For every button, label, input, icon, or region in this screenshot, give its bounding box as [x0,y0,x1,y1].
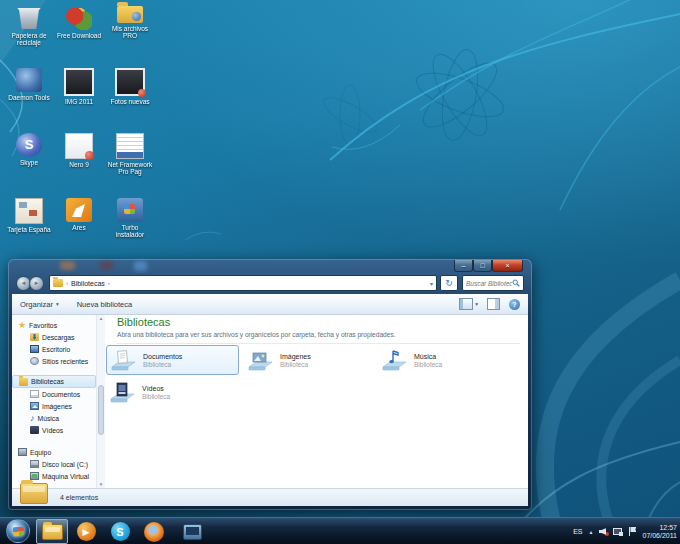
page-title: Bibliotecas [117,316,170,328]
views-icon [459,298,473,310]
minimize-button[interactable]: – [454,260,473,272]
forward-button[interactable]: ► [29,276,44,291]
desktop-icon-daemon[interactable]: Daemon Tools [6,68,52,101]
desktop-icon-recycle-bin[interactable]: Papelera de reciclaje [6,6,52,46]
desktop-icon-photo-2[interactable]: Fotos nuevas [107,68,153,105]
desktop-icon-label: IMG 2011 [56,98,102,105]
desktop-icon-installer[interactable]: Turbo instalador [107,198,153,238]
start-button[interactable] [6,519,30,543]
scroll-up-icon[interactable]: ▲ [97,316,105,321]
network-icon[interactable] [613,528,622,535]
desktop-icon-ares[interactable]: Ares [56,198,102,231]
desktop-icon-label: Net Framework Pro Pag [107,161,153,175]
clock[interactable]: 12:57 07/06/2011 [642,524,677,540]
desktop-icon-skype[interactable]: SSkype [6,133,52,166]
library-type: Biblioteca [142,393,170,401]
sidebar-item-disco-local[interactable]: Disco local (C:) [12,458,96,470]
library-item-documentos[interactable]: Documentos Biblioteca [106,345,239,375]
desktop-icon-label: Papelera de reciclaje [6,32,52,46]
action-center-flag-icon[interactable] [628,527,636,536]
ares-icon [66,198,92,222]
explorer-window: – □ × ◄ ► › Bibliotecas › ▾ ↻ Organizar … [8,259,532,510]
search-box[interactable] [462,275,524,291]
card-icon [15,198,43,224]
sidebar-scrollbar[interactable]: ▲ ▼ [96,315,105,488]
sidebar-item-escritorio[interactable]: Escritorio [12,343,96,355]
organize-label: Organizar [20,300,53,309]
sidebar-item-descargas[interactable]: Descargas [12,331,96,343]
library-folder-icon [19,378,28,386]
desktop-icon-label: Ares [56,224,102,231]
sidebar-item-musica[interactable]: ♪Música [12,412,96,424]
taskbar-explorer-button[interactable] [36,519,68,544]
library-name: Vídeos [142,384,170,393]
window-body: ★Favoritos Descargas Escritorio Sitios r… [12,315,528,488]
taskbar-media-player-button[interactable]: ▶ [70,519,102,544]
desktop-icon-document[interactable]: Net Framework Pro Pag [107,133,153,175]
sidebar-item-bibliotecas[interactable]: Bibliotecas [12,375,96,388]
refresh-button[interactable]: ↻ [440,275,458,291]
scroll-down-icon[interactable]: ▼ [97,482,105,487]
page-subtitle: Abra una biblioteca para ver sus archivo… [117,331,396,338]
breadcrumb-chevron-icon: › [66,280,68,286]
scrollbar-thumb[interactable] [98,385,104,435]
sidebar-item-imagenes[interactable]: Imágenes [12,400,96,412]
photo-icon [115,68,145,96]
item-count: 4 elementos [60,494,98,501]
search-input[interactable] [466,280,512,287]
taskbar-firefox-button[interactable] [138,519,170,544]
taskbar-skype-button[interactable]: S [104,519,136,544]
desktop-icon-folder[interactable]: Mis archivos PRO [107,6,153,39]
change-view-button[interactable]: ▾ [459,298,478,310]
play-icon: ▶ [77,522,96,541]
maximize-button[interactable]: □ [473,260,492,272]
library-type: Biblioteca [414,361,442,369]
address-bar[interactable]: › Bibliotecas › ▾ [49,275,437,291]
close-button[interactable]: × [492,260,523,272]
app-icon [16,68,42,92]
time: 12:57 [642,524,677,532]
show-hidden-icons-button[interactable]: ▲ [589,529,594,535]
library-name: Música [414,352,442,361]
desktop-icon-photo[interactable]: IMG 2011 [56,68,102,105]
desktop-icon-nero[interactable]: Nero 9 [56,133,102,168]
library-item-musica[interactable]: Música Biblioteca [378,345,498,375]
sidebar-item-favoritos[interactable]: ★Favoritos [12,319,96,331]
new-library-label: Nueva biblioteca [77,300,132,309]
volume-icon[interactable] [599,528,607,535]
virtual-machine-icon [30,472,39,480]
help-button[interactable]: ? [509,299,520,310]
sidebar-item-documentos[interactable]: Documentos [12,388,96,400]
sidebar-item-sitios-recientes[interactable]: Sitios recientes [12,355,96,367]
recent-places-icon [30,357,39,365]
sidebar-item-videos[interactable]: Vídeos [12,424,96,436]
desktop-icon-label: Tarjeta España [6,226,52,233]
new-library-button[interactable]: Nueva biblioteca [77,300,132,309]
file-list-pane: Bibliotecas Abra una biblioteca para ver… [105,315,528,488]
library-item-videos[interactable]: Vídeos Biblioteca [106,377,239,407]
preview-pane-button[interactable] [487,298,500,310]
breadcrumb[interactable]: Bibliotecas [71,280,105,287]
music-library-icon [381,348,408,373]
windows-logo-icon [13,527,24,537]
desktop-icon-free-download[interactable]: Free Download [56,6,102,39]
library-type: Biblioteca [143,361,182,369]
hard-drive-icon [30,460,39,468]
library-name: Imágenes [280,352,311,361]
language-indicator[interactable]: ES [573,528,582,535]
chevron-down-icon: ▾ [56,301,59,307]
organize-menu[interactable]: Organizar ▾ [20,300,59,309]
desktop-icon-card[interactable]: Tarjeta España [6,198,52,233]
header-divider [117,343,520,344]
library-item-imagenes[interactable]: Imágenes Biblioteca [244,345,364,375]
search-icon [512,279,520,287]
address-row: ◄ ► › Bibliotecas › ▾ ↻ [12,272,528,294]
address-dropdown-icon[interactable]: ▾ [430,280,433,287]
star-icon: ★ [18,321,26,329]
library-name: Documentos [143,352,182,361]
desktop-icon-label: Free Download [56,32,102,39]
taskbar-vm-button[interactable] [176,519,208,544]
folder-icon [20,483,48,504]
sidebar-item-equipo[interactable]: Equipo [12,446,96,458]
desktop-icon [30,345,39,353]
